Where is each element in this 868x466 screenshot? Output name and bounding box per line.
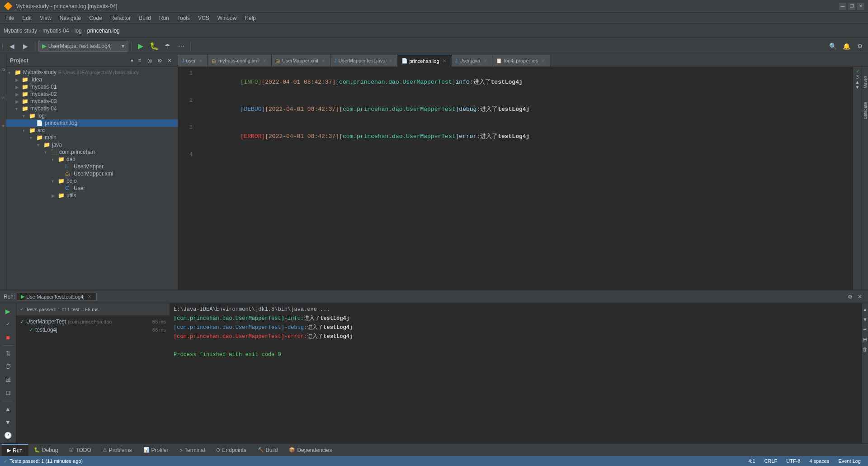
status-left-text[interactable]: Tests passed: 1 (11 minutes ago)	[9, 458, 83, 464]
tab-usermapper-xml[interactable]: 🗂 UserMapper.xml ✕	[272, 55, 330, 67]
scroll-down-button[interactable]: ▼	[861, 315, 868, 324]
menu-window[interactable]: Window	[214, 14, 241, 22]
close-panel-button[interactable]: ✕	[165, 56, 174, 65]
gutter-up-icon[interactable]: ▲	[855, 80, 860, 85]
history-button[interactable]: 🕐	[2, 429, 14, 442]
tab-usermappertest[interactable]: J UserMapperTest.java ✕	[330, 55, 397, 67]
status-spaces[interactable]: 4 spaces	[806, 458, 833, 464]
menu-run[interactable]: Run	[156, 14, 173, 22]
test-item-testlog4j[interactable]: ✓ testLog4j 66 ms	[16, 326, 170, 334]
tab-usermappertest-close[interactable]: ✕	[387, 57, 394, 64]
menu-view[interactable]: View	[36, 14, 55, 22]
menu-file[interactable]: File	[2, 14, 18, 22]
menu-tools[interactable]: Tools	[174, 14, 193, 22]
tree-item-user[interactable]: ▶ C User	[6, 185, 178, 192]
bottom-tab-terminal[interactable]: > Terminal	[175, 444, 211, 456]
maven-icon[interactable]: Maven	[863, 76, 868, 88]
tree-item-princehan-log[interactable]: ▶ 📄 princehan.log	[6, 119, 178, 127]
rerun-button[interactable]: ▶	[2, 305, 14, 317]
collapse-tests-button[interactable]: ⊟	[2, 387, 14, 399]
project-sidebar-icon[interactable]: P	[0, 56, 6, 83]
tab-log4j-close[interactable]: ✕	[540, 57, 546, 64]
status-event-log[interactable]: Event Log	[835, 458, 864, 464]
tree-item-java[interactable]: ▾ 📁 java	[6, 141, 178, 148]
tab-princehan-log[interactable]: 📄 princehan.log ✕	[398, 55, 452, 67]
tab-user[interactable]: J user ✕	[178, 55, 208, 67]
maximize-button[interactable]: ❐	[848, 3, 855, 10]
status-encoding[interactable]: UTF-8	[783, 458, 804, 464]
tree-item-usermapper[interactable]: ▶ Ⅰ UserMapper	[6, 163, 178, 170]
tree-item-idea[interactable]: ▶ 📁 .idea	[6, 76, 178, 83]
minimize-button[interactable]: —	[839, 3, 846, 10]
tab-princehan-log-close[interactable]: ✕	[441, 58, 448, 64]
tree-item-dao[interactable]: ▾ 📁 dao	[6, 156, 178, 163]
bottom-tab-debug[interactable]: 🐛 Debug	[28, 444, 64, 456]
search-button[interactable]: 🔍	[826, 40, 839, 52]
back-button[interactable]: ◀	[6, 40, 19, 52]
tree-item-pojo[interactable]: ▾ 📁 pojo	[6, 177, 178, 185]
settings-button[interactable]: ⚙	[854, 40, 866, 52]
tree-item-mybatis04[interactable]: ▾ 📁 mybatis-04	[6, 105, 178, 112]
run-button[interactable]: ▶	[134, 40, 147, 52]
bottom-tab-run[interactable]: ▶ Run	[2, 444, 28, 456]
tree-item-main[interactable]: ▾ 📁 main	[6, 134, 178, 141]
run-tab-close[interactable]: ✕	[86, 294, 93, 300]
expand-all-button[interactable]: ⊞	[2, 374, 14, 386]
tab-mybatis-config[interactable]: 🗂 mybatis-config.xml ✕	[208, 55, 272, 67]
scroll-up-button[interactable]: ▲	[861, 305, 868, 314]
breadcrumb-dir[interactable]: log	[75, 28, 82, 34]
tab-log4j[interactable]: 📋 log4j.properties ✕	[492, 55, 550, 67]
bottom-tab-build[interactable]: 🔨 Build	[252, 444, 284, 456]
menu-refactor[interactable]: Refactor	[107, 14, 134, 22]
console-output[interactable]: E:\Java-IDEA\Environment\jdk1.8\bin\java…	[170, 303, 862, 443]
next-test-button[interactable]: ▼	[2, 416, 14, 428]
run-tab[interactable]: ▶ UserMapperTest.testLog4j ✕	[17, 293, 96, 301]
tree-item-mybatis01[interactable]: ▶ 📁 mybatis-01	[6, 83, 178, 90]
bottom-tab-dependencies[interactable]: 📦 Dependencies	[283, 444, 338, 456]
tab-usermapper-xml-close[interactable]: ✕	[320, 57, 326, 64]
tree-item-log[interactable]: ▾ 📁 log	[6, 112, 178, 119]
notifications-button[interactable]: 🔔	[840, 40, 853, 52]
tab-user-close[interactable]: ✕	[198, 57, 204, 64]
sort-alpha-button[interactable]: ⇅	[2, 347, 14, 360]
collapse-all-button[interactable]: ≡	[135, 56, 144, 65]
breadcrumb-module[interactable]: mybatis-04	[42, 28, 69, 34]
structure-sidebar-icon[interactable]: S	[0, 84, 6, 111]
sort-duration-button[interactable]: ⏱	[2, 361, 14, 373]
wrap-button[interactable]: ↵	[861, 325, 868, 334]
menu-navigate[interactable]: Navigate	[56, 14, 85, 22]
bottom-tab-todo[interactable]: ☑ TODO	[64, 444, 97, 456]
tree-item-mybatis02[interactable]: ▶ 📁 mybatis-02	[6, 90, 178, 98]
bottom-tab-endpoints[interactable]: ⊙ Endpoints	[211, 444, 252, 456]
bottom-tab-problems[interactable]: ⚠ Problems	[97, 444, 138, 456]
favorites-sidebar-icon[interactable]: ★	[0, 112, 6, 139]
tree-item-com-princehan[interactable]: ▾ ⬛ com.princehan	[6, 148, 178, 156]
tree-item-usermapper-xml[interactable]: ▶ 🗂 UserMapper.xml	[6, 170, 178, 177]
menu-build[interactable]: Build	[135, 14, 155, 22]
breadcrumb-root[interactable]: Mybatis-study	[4, 28, 37, 34]
settings-panel-button[interactable]: ⚙	[155, 56, 164, 65]
gutter-down-icon[interactable]: ▼	[855, 85, 860, 90]
status-position[interactable]: 4:1	[745, 458, 759, 464]
prev-test-button[interactable]: ▲	[2, 403, 14, 415]
tab-user-java[interactable]: J User.java ✕	[452, 55, 492, 67]
stop-button[interactable]: ■	[2, 331, 14, 343]
locate-button[interactable]: ◎	[145, 56, 154, 65]
menu-help[interactable]: Help	[241, 14, 259, 22]
test-item-usermappertest[interactable]: ✓ UserMapperTest (com.princehan.dao 66 m…	[16, 318, 170, 326]
tree-item-utils[interactable]: ▶ 📁 utils	[6, 192, 178, 199]
bottom-settings-button[interactable]: ⚙	[845, 292, 854, 301]
rerun-failed-button[interactable]: ✓	[2, 318, 14, 330]
tree-root[interactable]: ▾ 📁 Mybatis-study E:\Java-IDEA\projects\…	[6, 69, 178, 76]
tab-mybatis-config-close[interactable]: ✕	[261, 57, 268, 64]
breadcrumb-file[interactable]: princehan.log	[87, 28, 120, 34]
database-icon[interactable]: Database	[863, 102, 868, 119]
project-dropdown-icon[interactable]: ▾	[131, 57, 133, 64]
forward-button[interactable]: ▶	[19, 40, 32, 52]
menu-edit[interactable]: Edit	[19, 14, 35, 22]
tab-user-java-close[interactable]: ✕	[482, 57, 488, 64]
coverage-button[interactable]: ☂	[161, 40, 174, 52]
filter-button[interactable]: ⊟	[861, 335, 868, 344]
menu-code[interactable]: Code	[85, 14, 106, 22]
run-config-dropdown[interactable]: ▶ UserMapperTest.testLog4j ▾	[38, 41, 128, 52]
